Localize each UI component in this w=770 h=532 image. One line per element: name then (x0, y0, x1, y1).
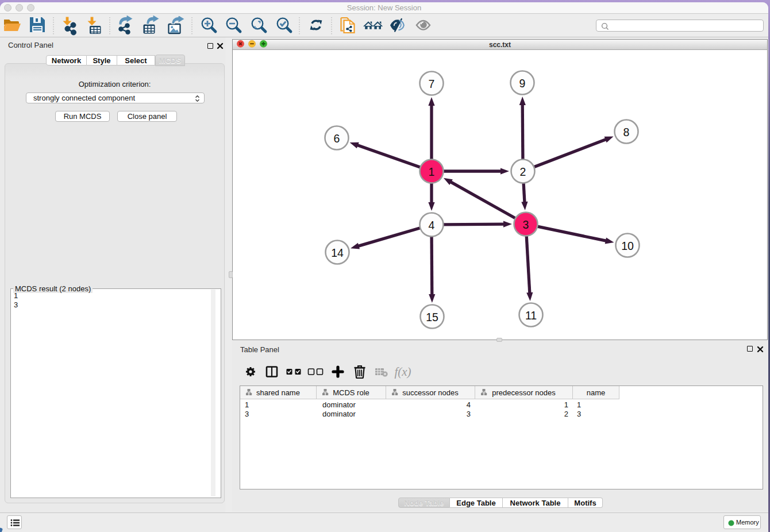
svg-text:6: 6 (334, 132, 340, 145)
svg-text:9: 9 (519, 77, 526, 90)
svg-text:f(x): f(x) (394, 365, 411, 379)
svg-text:4: 4 (429, 219, 435, 232)
svg-text:10: 10 (621, 240, 634, 252)
svg-text:1: 1 (429, 165, 435, 178)
svg-text:7: 7 (429, 78, 435, 90)
svg-text:15: 15 (426, 311, 438, 323)
svg-text:11: 11 (525, 309, 537, 322)
svg-text:2: 2 (520, 165, 526, 178)
svg-text:3: 3 (523, 218, 529, 231)
svg-text:14: 14 (331, 246, 344, 259)
svg-text:8: 8 (623, 126, 630, 138)
